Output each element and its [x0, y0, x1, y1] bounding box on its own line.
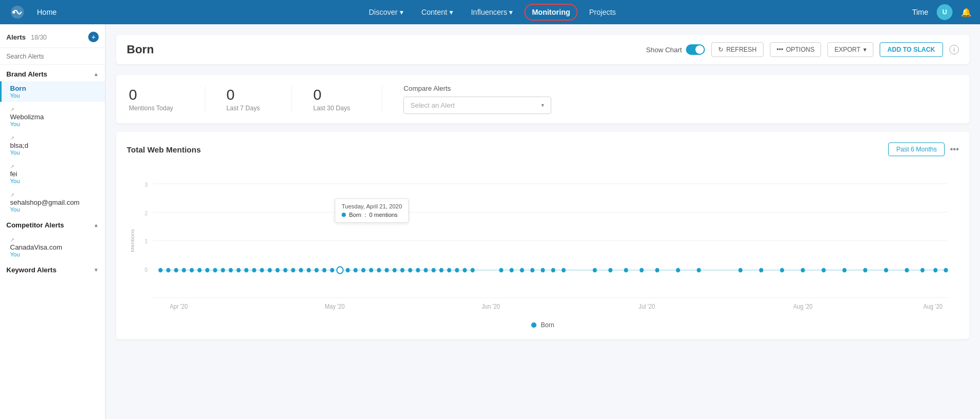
chart-header: Total Web Mentions Past 6 Months •••	[127, 142, 959, 156]
info-icon[interactable]: i	[949, 45, 959, 54]
trend-icon-blsad: ↗	[10, 135, 14, 141]
alert-item-canadavisa[interactable]: ↗ CanadaVisa.com You	[0, 232, 105, 261]
svg-point-35	[283, 268, 287, 273]
options-button[interactable]: ••• OPTIONS	[770, 42, 822, 57]
stats-bar: 0 Mentions Today 0 Last 7 Days 0 Last 30…	[116, 75, 969, 123]
alert-sub-blsad: You	[10, 149, 99, 156]
nav-discover[interactable]: Discover ▾	[362, 5, 409, 20]
alert-item-sehalshop[interactable]: ↗ sehalshop@gmail.com You	[0, 187, 105, 216]
svg-point-46	[369, 268, 373, 273]
last-30-days-label: Last 30 Days	[313, 104, 350, 112]
svg-point-65	[551, 268, 555, 273]
alert-item-webolizma[interactable]: ↗ Webolizma You	[0, 102, 105, 130]
svg-point-44	[353, 268, 357, 273]
brand-alerts-title: Brand Alerts	[6, 70, 48, 78]
show-chart-toggle[interactable]	[686, 44, 705, 55]
svg-point-20	[166, 268, 171, 273]
export-dropdown-icon: ▾	[863, 46, 866, 53]
alert-name-webolizma: Webolizma	[10, 113, 99, 121]
svg-text:Jun '20: Jun '20	[482, 303, 500, 310]
svg-point-52	[416, 268, 420, 273]
svg-text:0: 0	[145, 267, 148, 273]
svg-point-78	[822, 268, 826, 273]
page-title: Born	[127, 43, 154, 56]
keyword-alerts-section-header[interactable]: Keyword Alerts ▼	[0, 261, 105, 277]
refresh-button[interactable]: ↻ REFRESH	[711, 42, 763, 57]
svg-point-73	[697, 268, 701, 273]
nav-monitoring[interactable]: Monitoring	[524, 4, 577, 21]
user-avatar[interactable]: U	[937, 4, 953, 20]
svg-point-47	[377, 268, 381, 273]
svg-text:Apr '20: Apr '20	[170, 303, 188, 310]
svg-point-40	[322, 268, 326, 273]
chart-legend: Born	[127, 321, 959, 329]
keyword-alerts-title: Keyword Alerts	[6, 266, 56, 274]
svg-point-32	[260, 268, 264, 273]
svg-text:2: 2	[145, 210, 148, 216]
competitor-alerts-title: Competitor Alerts	[6, 221, 64, 229]
svg-point-80	[863, 268, 868, 273]
compare-placeholder: Select an Alert	[410, 101, 455, 109]
chart-more-options-icon[interactable]: •••	[950, 145, 959, 154]
svg-point-82	[905, 268, 909, 273]
alert-name-born: Born	[10, 84, 99, 92]
nav-projects[interactable]: Projects	[583, 5, 623, 20]
svg-point-29	[237, 268, 241, 273]
add-alert-button[interactable]: +	[88, 32, 99, 42]
main-content: Born Show Chart ↻ REFRESH ••• OPTIONS	[106, 24, 980, 419]
nav-time-label: Time	[912, 8, 928, 16]
last-7-days-stat: 0 Last 7 Days	[227, 87, 260, 112]
svg-point-51	[408, 268, 412, 273]
alert-item-blsad[interactable]: ↗ blsa;d You	[0, 130, 105, 159]
add-to-slack-button[interactable]: ADD TO SLACK	[880, 42, 943, 57]
legend-born-label: Born	[541, 321, 554, 329]
svg-point-38	[307, 268, 311, 273]
alert-name-blsad: blsa;d	[10, 141, 99, 149]
competitor-alerts-chevron-icon: ▲	[93, 222, 99, 228]
svg-point-1	[12, 11, 15, 13]
export-button[interactable]: EXPORT ▾	[827, 42, 873, 57]
svg-point-49	[392, 268, 397, 273]
svg-point-22	[182, 268, 186, 273]
search-alerts-input[interactable]	[6, 53, 99, 60]
nav-influencers[interactable]: Influencers ▾	[465, 5, 519, 20]
svg-point-31	[252, 268, 256, 273]
svg-point-69	[624, 268, 628, 273]
last-30-days-value: 0	[313, 87, 350, 103]
svg-point-53	[423, 268, 428, 273]
trend-icon-sehalshop: ↗	[10, 192, 14, 198]
refresh-icon: ↻	[718, 46, 723, 53]
past-months-button[interactable]: Past 6 Months	[888, 142, 945, 156]
app-logo[interactable]	[8, 3, 26, 21]
svg-point-36	[291, 268, 295, 273]
show-chart-group: Show Chart	[646, 44, 705, 55]
svg-point-57	[455, 268, 459, 273]
svg-text:Jul '20: Jul '20	[639, 303, 655, 310]
svg-point-48	[385, 268, 389, 273]
svg-point-67	[593, 268, 597, 273]
alert-item-fei[interactable]: ↗ fei You	[0, 159, 105, 187]
svg-text:Mentions: Mentions	[129, 229, 135, 252]
competitor-alerts-section-header[interactable]: Competitor Alerts ▲	[0, 216, 105, 232]
alert-item-born[interactable]: Born You	[0, 81, 105, 102]
svg-point-85	[944, 268, 948, 273]
compare-label: Compare Alerts	[403, 84, 957, 92]
svg-point-62	[520, 268, 524, 273]
svg-point-34	[276, 268, 280, 273]
last-30-days-stat: 0 Last 30 Days	[313, 87, 350, 112]
svg-point-81	[884, 268, 888, 273]
brand-alerts-section-header[interactable]: Brand Alerts ▲	[0, 65, 105, 81]
svg-point-50	[400, 268, 404, 273]
svg-point-42	[337, 267, 343, 274]
notification-bell-icon[interactable]: 🔔	[961, 7, 972, 17]
svg-point-23	[190, 268, 194, 273]
chart-container: Total Web Mentions Past 6 Months ••• Tue…	[116, 132, 969, 339]
svg-point-63	[530, 268, 534, 273]
nav-home[interactable]: Home	[37, 8, 56, 16]
compare-alerts-dropdown[interactable]: Select an Alert ▾	[403, 97, 551, 114]
svg-point-71	[655, 268, 659, 273]
mentions-today-label: Mentions Today	[129, 104, 173, 112]
svg-point-68	[608, 268, 612, 273]
stats-divider-1	[205, 86, 205, 112]
nav-content[interactable]: Content ▾	[415, 5, 459, 20]
